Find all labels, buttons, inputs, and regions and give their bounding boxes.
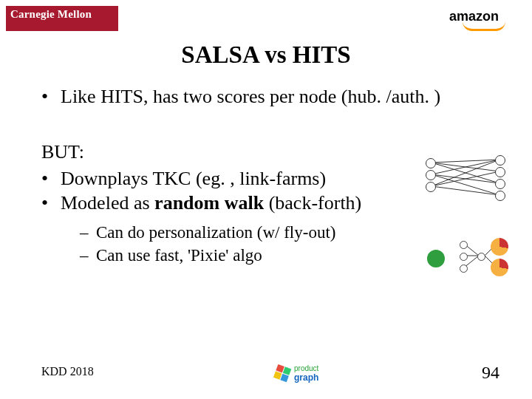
bipartite-graph-icon <box>421 155 510 207</box>
hub-node-icon <box>427 250 445 267</box>
svg-line-6 <box>432 171 499 186</box>
product-graph-text-bottom: graph <box>294 373 318 383</box>
svg-line-7 <box>432 186 499 195</box>
amazon-logo: amazon <box>449 9 505 31</box>
cmu-logo: Carnegie Mellon <box>6 6 118 31</box>
mid-bullet-2-bold: random walk <box>154 192 264 214</box>
top-bullet: Like HITS, has two scores per node (hub.… <box>41 84 502 109</box>
top-bullet-list: Like HITS, has two scores per node (hub.… <box>41 84 502 109</box>
page-number: 94 <box>482 363 499 383</box>
product-graph-cube-icon <box>273 364 293 385</box>
graph-node <box>460 265 468 273</box>
graph-node <box>460 253 468 261</box>
slide-title: SALSA vs HITS <box>0 41 532 69</box>
cmu-logo-text: Carnegie Mellon <box>10 8 92 20</box>
graph-node <box>495 179 505 189</box>
mid-bullet-1-text: Downplays TKC (eg. , link-farms) <box>61 168 326 189</box>
product-graph-text-top: product <box>294 364 318 372</box>
graph-node <box>477 253 485 261</box>
footer-venue: KDD 2018 <box>41 365 94 378</box>
graph-node <box>495 155 505 166</box>
svg-line-5 <box>432 174 499 195</box>
graph-node <box>426 182 436 192</box>
link-farm-icon <box>421 236 510 281</box>
mid-bullet-2-pre: Modeled as <box>61 192 154 214</box>
mid-bullet-2-post: (back-forth) <box>264 192 361 214</box>
graph-node <box>495 191 505 201</box>
graph-node <box>426 158 436 168</box>
graph-node <box>460 241 468 249</box>
product-graph-logo: product graph <box>275 365 341 386</box>
amazon-logo-text: amazon <box>449 9 499 24</box>
graph-node <box>495 167 505 177</box>
auth-node-icon <box>491 238 508 256</box>
header: Carnegie Mellon amazon <box>0 6 532 34</box>
auth-node-icon <box>491 259 508 276</box>
product-graph-text: product graph <box>294 365 318 382</box>
graph-node <box>426 170 436 180</box>
